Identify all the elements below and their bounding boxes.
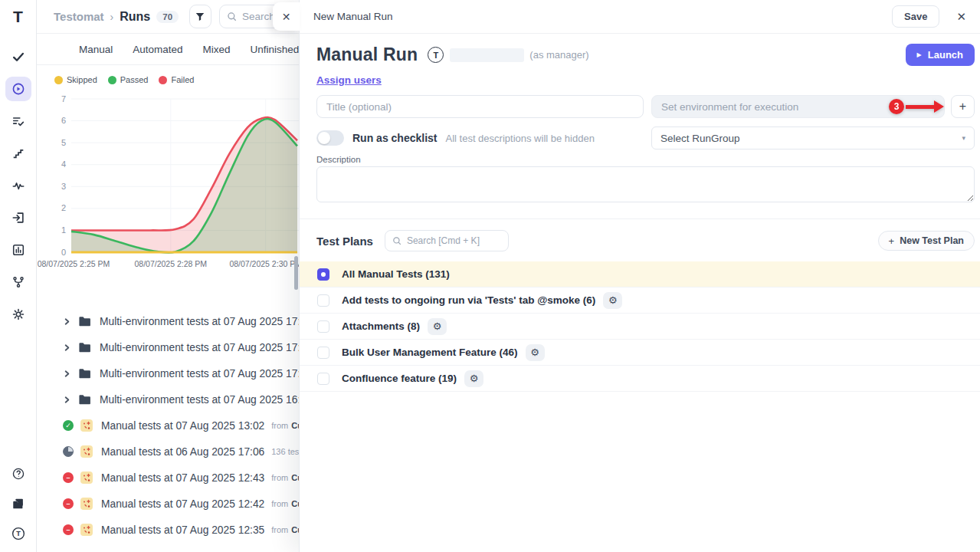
description-textarea[interactable] — [316, 166, 975, 202]
plan-checkbox[interactable] — [317, 347, 329, 359]
run-row[interactable]: –Manual tests at 07 Aug 2025 12:42fromCu… — [37, 491, 299, 517]
play-icon: ▶ — [917, 52, 922, 58]
plan-checkbox[interactable] — [317, 320, 329, 333]
pulse-icon — [11, 179, 25, 192]
chevron-right-icon[interactable] — [63, 396, 71, 404]
sidebar-item-import[interactable] — [5, 205, 31, 230]
run-row[interactable]: ✓Manual tests at 07 Aug 2025 13:02fromCu… — [37, 412, 299, 439]
branch-icon — [11, 275, 25, 289]
svg-text:2: 2 — [61, 203, 66, 212]
legend-item-passed[interactable]: Passed — [108, 75, 149, 84]
run-title-row: Manual Run T (as manager) ▶ Launch — [316, 44, 975, 66]
run-as-checklist-toggle[interactable] — [316, 130, 344, 146]
plan-settings-button[interactable]: ⚙ — [603, 292, 622, 309]
legend-dot — [159, 76, 167, 84]
search-icon — [227, 12, 237, 21]
description-label: Description — [316, 155, 975, 164]
sidebar-item-docs[interactable] — [5, 493, 31, 514]
app-logo[interactable]: T — [13, 8, 23, 26]
run-folder-row[interactable]: Multi-environment tests at 07 Aug 2025 1… — [37, 386, 299, 412]
run-folder-row[interactable]: Multi-environment tests at 07 Aug 2025 1… — [37, 308, 299, 334]
runs-tabs: ManualAutomatedMixedUnfinished — [79, 44, 299, 55]
sidebar-item-test-plans[interactable] — [5, 109, 31, 133]
new-test-plan-button[interactable]: + New Test Plan — [878, 231, 975, 251]
test-plans-search[interactable] — [385, 230, 509, 251]
filter-button[interactable] — [189, 5, 211, 28]
launch-button[interactable]: ▶ Launch — [906, 44, 975, 66]
environment-row: 3 + — [651, 95, 975, 118]
scrollbar-thumb[interactable] — [294, 256, 298, 290]
sidebar-item-runs[interactable] — [5, 77, 31, 101]
help-icon — [11, 467, 25, 481]
svg-text:08/07/2025 2:28 PM: 08/07/2025 2:28 PM — [135, 259, 208, 268]
run-label: Manual tests at 07 Aug 2025 12:43 — [101, 472, 264, 484]
test-plan-row[interactable]: Add tests to ongoing run via 'Tests' tab… — [300, 288, 980, 314]
svg-text:4: 4 — [61, 159, 66, 169]
run-folder-row[interactable]: Multi-environment tests at 07 Aug 2025 1… — [37, 334, 299, 360]
logo-circle-icon: T — [11, 527, 25, 540]
tab-mixed[interactable]: Mixed — [203, 44, 231, 55]
plan-checkbox[interactable] — [317, 268, 329, 281]
test-plan-row[interactable]: All Manual Tests (131) — [300, 261, 980, 288]
save-button[interactable]: Save — [892, 5, 939, 28]
status-passed-icon: ✓ — [63, 420, 74, 431]
run-row[interactable]: –Manual tests at 07 Aug 2025 12:43fromCu… — [37, 465, 299, 491]
run-label: Manual tests at 06 Aug 2025 17:06 — [101, 446, 264, 458]
chevron-right-icon[interactable] — [63, 370, 71, 378]
sidebar-item-branches[interactable] — [5, 270, 31, 294]
test-plan-row[interactable]: Confluence feature (19)⚙ — [300, 366, 980, 392]
test-plan-row[interactable]: Bulk User Management Feature (46)⚙ — [300, 340, 980, 366]
environment-input[interactable] — [651, 95, 945, 118]
run-title-input[interactable] — [316, 95, 644, 118]
panel-close-button[interactable]: ✕ — [952, 7, 971, 27]
panel-close-tab[interactable]: ✕ — [273, 2, 300, 31]
plan-settings-button[interactable]: ⚙ — [464, 370, 483, 387]
manager-note: (as manager) — [529, 49, 588, 61]
run-folder-row[interactable]: Multi-environment tests at 07 Aug 2025 1… — [37, 360, 299, 386]
run-row[interactable]: –Manual tests at 07 Aug 2025 12:35fromCu… — [37, 517, 299, 543]
add-environment-button[interactable]: + — [951, 95, 975, 118]
run-label: Multi-environment tests at 07 Aug 2025 1… — [100, 316, 299, 327]
tab-automated[interactable]: Automated — [133, 44, 182, 55]
gear-icon — [11, 307, 25, 321]
run-test-count: 136 tests — [271, 447, 299, 456]
plan-label: Confluence feature (19) — [342, 373, 457, 384]
tab-unfinished[interactable]: Unfinished — [251, 44, 299, 55]
sidebar-bottom: T — [5, 463, 31, 544]
legend-item-failed[interactable]: Failed — [159, 75, 194, 84]
breadcrumb-root[interactable]: Testomat — [54, 10, 104, 23]
chevron-right-icon[interactable] — [63, 317, 71, 326]
sidebar-item-settings[interactable] — [5, 302, 31, 327]
sidebar-item-analytics[interactable] — [5, 238, 31, 262]
plan-settings-button[interactable]: ⚙ — [526, 344, 545, 361]
plan-checkbox[interactable] — [317, 373, 329, 385]
test-plan-row[interactable]: Attachments (8)⚙ — [300, 314, 980, 340]
svg-text:3: 3 — [61, 182, 66, 191]
plan-checkbox[interactable] — [317, 294, 329, 307]
tab-manual[interactable]: Manual — [79, 44, 113, 55]
close-icon: ✕ — [282, 11, 291, 23]
legend-dot — [108, 76, 116, 84]
sidebar-item-steps[interactable] — [5, 141, 31, 166]
gear-icon: ⚙ — [470, 373, 479, 383]
sidebar-item-pulse[interactable] — [5, 173, 31, 198]
sidebar-item-tests[interactable] — [5, 44, 31, 69]
chevron-right-icon[interactable] — [63, 343, 71, 352]
docs-icon — [11, 497, 25, 511]
plus-icon: + — [889, 235, 895, 247]
panel-body: Manual Run T (as manager) ▶ Launch Assig… — [300, 34, 980, 392]
plan-settings-button[interactable]: ⚙ — [428, 318, 447, 335]
test-plans-list: All Manual Tests (131)Add tests to ongoi… — [300, 261, 980, 392]
status-in-progress-icon — [63, 446, 74, 457]
test-plans-search-input[interactable] — [407, 235, 501, 246]
sidebar-item-help[interactable] — [5, 463, 31, 485]
rungroup-select[interactable]: Select RunGroup ▾ — [651, 127, 975, 150]
svg-text:6: 6 — [61, 116, 66, 125]
test-plans-header: Test Plans + New Test Plan — [316, 230, 975, 251]
run-row[interactable]: Manual tests at 06 Aug 2025 17:06136 tes… — [37, 439, 299, 465]
svg-text:T: T — [16, 530, 21, 537]
legend-item-skipped[interactable]: Skipped — [54, 75, 97, 84]
assign-users-link[interactable]: Assign users — [316, 74, 382, 86]
page-title: Manual Run — [316, 44, 418, 65]
sidebar-item-profile[interactable]: T — [5, 523, 31, 544]
